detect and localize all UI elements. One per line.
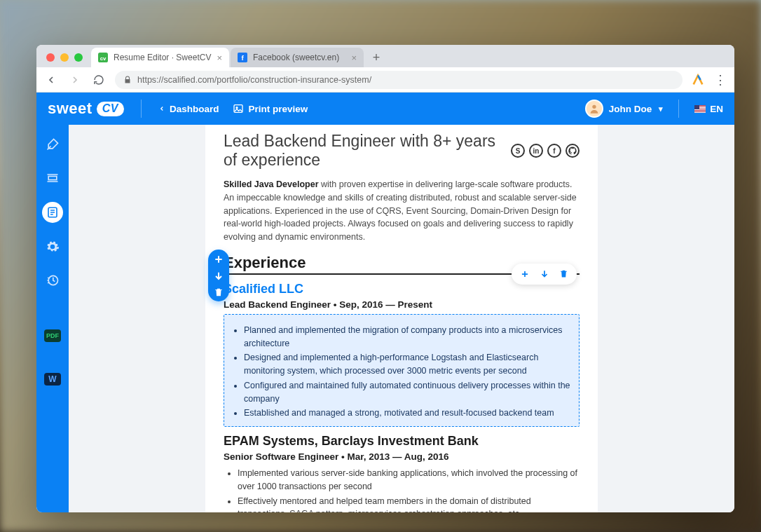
language-switcher[interactable]: EN — [694, 104, 723, 114]
browser-tab-active[interactable]: cv Resume Editor · SweetCV × — [91, 48, 229, 67]
browser-menu-button[interactable]: ⋮ — [713, 72, 727, 88]
linkedin-icon[interactable]: in — [529, 144, 543, 158]
avatar — [585, 100, 603, 118]
bullet-item[interactable]: Implemented various server-side banking … — [238, 466, 580, 494]
separator — [141, 100, 142, 118]
svg-text:cv: cv — [100, 55, 107, 62]
bullet-item[interactable]: Planned and implemented the migration of… — [244, 323, 573, 351]
experience-section: Experience Scalified LLC Lead Backend En… — [224, 254, 580, 427]
item-tools-row — [512, 264, 577, 285]
close-tab-icon[interactable]: × — [351, 53, 357, 63]
pdf-label: PDF — [46, 332, 59, 339]
job-role-selected[interactable]: Lead Backend Engineer • Sep, 2016 — Pres… — [224, 299, 580, 310]
sidebar-item-history[interactable] — [43, 271, 62, 290]
favicon-facebook: f — [238, 53, 247, 62]
workspace: PDF W Lead Backend Engineer with 8+ year… — [36, 125, 734, 512]
url-text: https://scalified.com/portfolio/construc… — [137, 75, 371, 85]
job-company[interactable]: EPAM Systems, Barclays Investment Bank — [224, 434, 580, 449]
bullet-list: Implemented various server-side banking … — [238, 466, 580, 512]
job-role-text: Senior Software Engineer — [224, 451, 338, 462]
selected-bullets-box[interactable]: Planned and implemented the migration of… — [224, 314, 580, 427]
bullet-item[interactable]: Effectively mentored and helped team mem… — [238, 494, 580, 513]
logo[interactable]: sweet CV — [48, 100, 124, 118]
extension-icon[interactable] — [691, 73, 705, 87]
job-role[interactable]: Senior Software Engineer • Mar, 2013 — A… — [224, 451, 580, 462]
browser-toolbar: https://scalified.com/portfolio/construc… — [36, 67, 734, 93]
move-down-button[interactable] — [213, 271, 224, 282]
bullet-item[interactable]: Configured and maintained fully automate… — [244, 378, 573, 407]
sidebar-item-sections[interactable] — [42, 202, 63, 223]
app-toolbar: sweet CV Dashboard Print preview John Do… — [36, 93, 734, 125]
add-section-button[interactable] — [213, 254, 224, 265]
close-window-button[interactable] — [46, 53, 55, 62]
chevron-down-icon: ▾ — [659, 104, 663, 114]
job-role-text: Lead Backend Engineer — [224, 299, 331, 310]
chevron-left-icon — [158, 105, 165, 112]
close-tab-icon[interactable]: × — [217, 53, 222, 63]
resume-summary[interactable]: Skilled Java Developer with proven exper… — [224, 178, 580, 244]
resume-page: Lead Backend Engineer with 8+ years of e… — [205, 125, 598, 512]
forward-button[interactable] — [67, 74, 83, 86]
facebook-icon[interactable]: f — [547, 144, 561, 158]
dashboard-link[interactable]: Dashboard — [158, 104, 219, 114]
move-item-down-button[interactable] — [540, 269, 549, 279]
dashboard-label: Dashboard — [170, 104, 219, 114]
language-label: EN — [710, 104, 723, 114]
skype-icon[interactable]: S — [511, 144, 525, 158]
logo-text-b: CV — [97, 102, 124, 116]
resume-headline[interactable]: Lead Backend Engineer with 8+ years of e… — [224, 132, 504, 170]
tab-title: Resume Editor · SweetCV — [114, 53, 211, 62]
lock-icon — [123, 76, 132, 84]
svg-rect-7 — [48, 177, 57, 180]
logo-text-a: sweet — [48, 100, 92, 118]
delete-section-button[interactable] — [214, 287, 224, 297]
delete-item-button[interactable] — [559, 269, 568, 278]
print-preview-label: Print preview — [248, 104, 308, 114]
separator — [678, 100, 679, 118]
bullet-item[interactable]: Established and managed a strong, motiva… — [244, 406, 573, 421]
user-menu[interactable]: John Doe ▾ — [585, 100, 664, 118]
flag-icon — [694, 105, 706, 113]
print-preview-button[interactable]: Print preview — [233, 103, 308, 114]
section-tools-column — [208, 250, 229, 301]
new-tab-button[interactable]: + — [368, 49, 385, 66]
favicon-sweetcv: cv — [98, 53, 108, 62]
bullet-list: Planned and implemented the migration of… — [244, 323, 573, 421]
reload-button[interactable] — [91, 74, 107, 86]
minimize-window-button[interactable] — [60, 53, 69, 62]
user-name: John Doe — [609, 104, 652, 114]
sidebar-item-design[interactable] — [43, 135, 62, 154]
summary-bold: Skilled Java Developer — [224, 179, 319, 189]
export-pdf-button[interactable]: PDF — [44, 329, 61, 342]
browser-window: cv Resume Editor · SweetCV × f Facebook … — [36, 45, 734, 512]
word-label: W — [48, 374, 56, 384]
export-word-button[interactable]: W — [44, 373, 61, 386]
bullet-item[interactable]: Designed and implemented a high-performa… — [244, 350, 573, 378]
job-dates-text: Sep, 2016 — Present — [339, 299, 432, 310]
tab-title: Facebook (sweetcv.en) — [253, 53, 339, 62]
editor-canvas[interactable]: Lead Backend Engineer with 8+ years of e… — [69, 125, 734, 512]
sidebar-item-settings[interactable] — [43, 237, 62, 257]
back-button[interactable] — [43, 74, 59, 86]
add-item-button[interactable] — [520, 269, 530, 279]
resume-headline-row: Lead Backend Engineer with 8+ years of e… — [224, 125, 580, 170]
browser-tabbar: cv Resume Editor · SweetCV × f Facebook … — [36, 45, 734, 67]
image-icon — [233, 103, 244, 114]
sidebar: PDF W — [36, 125, 69, 512]
maximize-window-button[interactable] — [74, 53, 83, 62]
job-dates-text: Mar, 2013 — Aug, 2016 — [348, 451, 449, 462]
svg-point-5 — [236, 107, 238, 109]
social-icons: S in f — [511, 144, 580, 158]
address-bar[interactable]: https://scalified.com/portfolio/construc… — [115, 71, 683, 89]
svg-point-6 — [592, 105, 596, 109]
sidebar-item-layout[interactable] — [43, 168, 62, 188]
window-controls — [42, 53, 90, 67]
browser-tab-inactive[interactable]: f Facebook (sweetcv.en) × — [231, 48, 364, 67]
github-icon[interactable] — [565, 144, 580, 158]
